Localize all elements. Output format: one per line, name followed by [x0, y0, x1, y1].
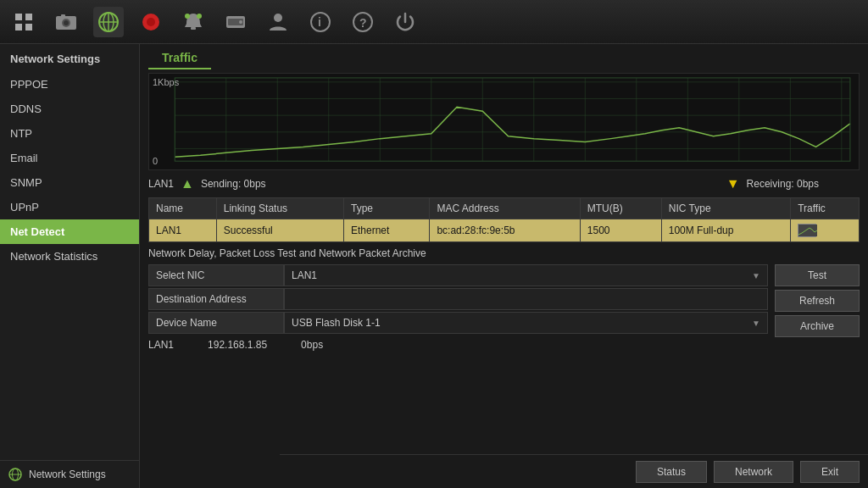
info-speed: 0bps — [301, 339, 323, 351]
device-name-value: USB Flash Disk 1-1 — [292, 317, 381, 329]
device-name-row: Device Name USB Flash Disk 1-1 ▼ — [148, 312, 768, 334]
select-nic-dropdown[interactable]: LAN1 ▼ — [284, 264, 768, 286]
sidebar-item-upnp[interactable]: UPnP — [0, 195, 139, 219]
refresh-button[interactable]: Refresh — [775, 290, 860, 312]
sidebar-footer-label: Network Settings — [29, 469, 106, 480]
info-lan: LAN1 — [148, 339, 174, 351]
sidebar-item-net-detect[interactable]: Net Detect — [0, 219, 139, 244]
section-title: Network Delay, Packet Loss Test and Netw… — [148, 246, 860, 261]
sidebar-item-ddns[interactable]: DDNS — [0, 97, 139, 121]
main-layout: Network Settings PPPOE DDNS NTP Email SN… — [0, 44, 868, 488]
device-name-arrow-icon: ▼ — [752, 319, 760, 328]
col-header-nic: NIC Type — [661, 198, 790, 219]
status-button[interactable]: Status — [636, 461, 707, 483]
camera-icon[interactable] — [51, 7, 81, 37]
exit-button[interactable]: Exit — [800, 461, 860, 483]
traffic-chart: 1Kbps 0 — [148, 73, 860, 170]
tab-bar: Traffic — [140, 44, 868, 69]
form-section: Select NIC LAN1 ▼ Destination Address — [148, 264, 768, 354]
svg-rect-14 — [191, 27, 196, 30]
cell-type: Ethernet — [343, 219, 429, 242]
svg-text:?: ? — [359, 16, 367, 30]
cell-linking-status: Successful — [216, 219, 343, 242]
traffic-chart-icon — [798, 224, 816, 237]
dest-address-row: Destination Address — [148, 288, 768, 310]
network-button[interactable]: Network — [714, 461, 793, 483]
select-nic-value: LAN1 — [292, 269, 317, 281]
sending-arrow-icon: ▲ — [181, 176, 194, 191]
svg-rect-0 — [15, 14, 22, 20]
col-header-linking: Linking Status — [216, 198, 343, 219]
bottom-section: Network Delay, Packet Loss Test and Netw… — [148, 246, 860, 354]
svg-point-19 — [239, 20, 242, 24]
dest-address-input-container[interactable] — [284, 288, 768, 310]
sidebar-footer: Network Settings — [0, 460, 139, 488]
svg-point-15 — [185, 14, 190, 19]
footer-bar: Status Network Exit — [280, 454, 868, 488]
hdd-icon[interactable] — [220, 7, 251, 37]
svg-point-13 — [147, 18, 155, 26]
col-header-mtu: MTU(B) — [580, 198, 661, 219]
sidebar-item-email[interactable]: Email — [0, 146, 139, 170]
power-icon[interactable] — [390, 7, 420, 37]
svg-rect-7 — [61, 14, 65, 18]
info-icon[interactable]: i — [305, 7, 336, 37]
dropdown-arrow-icon: ▼ — [752, 271, 760, 280]
help-icon[interactable]: ? — [348, 7, 378, 37]
cell-nic-type: 100M Full-dup — [661, 219, 790, 242]
info-ip: 192.168.1.85 — [208, 339, 267, 351]
toolbar: i ? — [0, 0, 868, 44]
svg-point-16 — [197, 14, 202, 19]
sidebar-item-pppoe[interactable]: PPPOE — [0, 72, 139, 97]
device-name-label: Device Name — [148, 312, 284, 334]
sidebar-header: Network Settings — [0, 44, 139, 72]
test-button[interactable]: Test — [775, 264, 860, 286]
network-table: Name Linking Status Type MAC Address MTU… — [148, 197, 860, 242]
chart-zero-label: 0 — [153, 156, 158, 166]
lan-info-bar: LAN1 ▲ Sending: 0bps ▼ Receiving: 0bps — [140, 174, 868, 194]
svg-rect-1 — [15, 24, 22, 30]
receiving-arrow-icon: ▼ — [726, 176, 740, 191]
chart-y-label: 1Kbps — [153, 77, 179, 87]
svg-point-20 — [274, 14, 282, 22]
sending-label: Sending: 0bps — [201, 178, 266, 190]
svg-rect-47 — [798, 225, 817, 236]
table-row[interactable]: LAN1 Successful Ethernet bc:ad:28:fc:9e:… — [149, 219, 860, 242]
sidebar: Network Settings PPPOE DDNS NTP Email SN… — [0, 44, 140, 488]
sidebar-item-network-statistics[interactable]: Network Statistics — [0, 244, 139, 269]
tab-traffic[interactable]: Traffic — [148, 47, 211, 69]
lan-name: LAN1 — [148, 178, 174, 190]
device-name-dropdown[interactable]: USB Flash Disk 1-1 ▼ — [284, 312, 768, 334]
sidebar-item-snmp[interactable]: SNMP — [0, 170, 139, 195]
traffic-chart-svg — [149, 74, 859, 169]
cell-traffic[interactable] — [791, 219, 860, 242]
select-nic-label: Select NIC — [148, 264, 284, 286]
person-icon[interactable] — [263, 7, 293, 37]
svg-rect-3 — [25, 24, 32, 30]
dest-address-input[interactable] — [292, 293, 760, 305]
col-header-type: Type — [343, 198, 429, 219]
svg-text:i: i — [318, 15, 321, 29]
col-header-mac: MAC Address — [430, 198, 580, 219]
home-icon[interactable] — [8, 7, 39, 37]
content-area: Traffic 1Kbps 0 — [140, 44, 868, 488]
footer-network-icon — [8, 468, 22, 481]
alarm-icon[interactable] — [178, 7, 209, 37]
cell-mac: bc:ad:28:fc:9e:5b — [430, 219, 580, 242]
record-icon[interactable] — [136, 7, 166, 37]
action-buttons: Test Refresh Archive — [775, 264, 860, 337]
archive-button[interactable]: Archive — [775, 315, 860, 337]
select-nic-row: Select NIC LAN1 ▼ — [148, 264, 768, 286]
dest-address-label: Destination Address — [148, 288, 284, 310]
col-header-traffic: Traffic — [791, 198, 860, 219]
cell-name: LAN1 — [149, 219, 217, 242]
bottom-form-wrapper: Select NIC LAN1 ▼ Destination Address — [148, 264, 860, 354]
cell-mtu: 1500 — [580, 219, 661, 242]
network-active-icon[interactable] — [93, 7, 124, 37]
svg-point-6 — [64, 20, 69, 25]
col-header-name: Name — [149, 198, 217, 219]
receiving-label: Receiving: 0bps — [747, 178, 819, 190]
svg-rect-2 — [25, 14, 32, 20]
sidebar-item-ntp[interactable]: NTP — [0, 121, 139, 146]
info-row: LAN1 192.168.1.85 0bps — [148, 336, 768, 354]
